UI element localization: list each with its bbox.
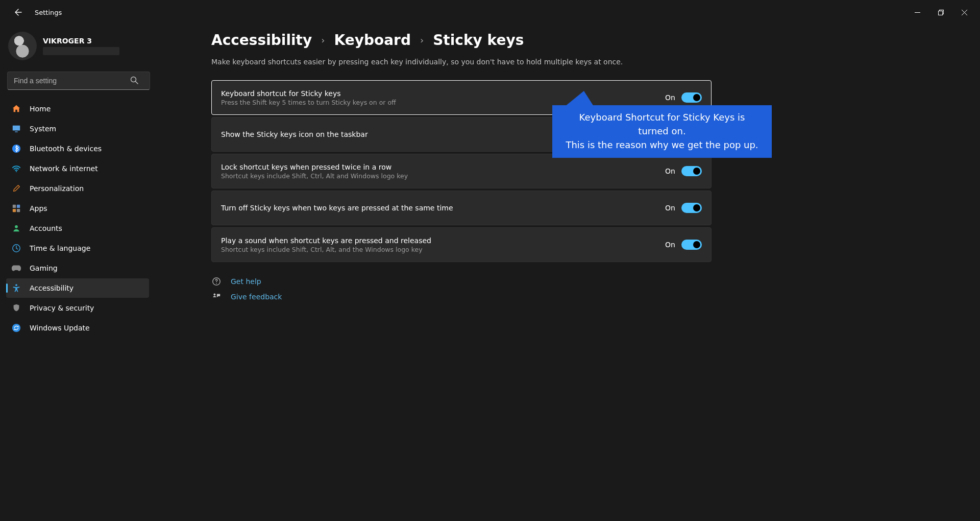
settings-cards: Keyboard shortcut for Sticky keys Press … [211,80,712,262]
nav-label: Network & internet [30,164,98,173]
svg-point-13 [15,284,17,286]
nav-label: Accessibility [30,284,74,292]
profile-account-placeholder [43,47,119,55]
close-button[interactable] [952,2,976,22]
toggle-switch[interactable] [681,203,702,213]
avatar [8,32,37,60]
link-label: Give feedback [231,293,282,301]
page-subtitle: Make keyboard shortcuts easier by pressi… [211,58,980,66]
nav-home[interactable]: Home [6,99,149,119]
gamepad-icon [11,263,21,273]
card-keyboard-shortcut-sticky-keys[interactable]: Keyboard shortcut for Sticky keys Press … [211,80,712,115]
give-feedback-link[interactable]: Give feedback [211,292,980,302]
clock-globe-icon [11,243,21,253]
toggle-state: On [665,204,675,212]
system-icon [11,124,21,134]
nav-apps[interactable]: Apps [6,199,149,218]
svg-point-6 [16,171,17,172]
profile-name: VIKROGER 3 [43,37,119,45]
nav-label: Apps [30,204,47,212]
nav-label: Privacy & security [30,304,94,312]
svg-point-17 [213,294,215,296]
breadcrumb: Accessibility › Keyboard › Sticky keys [211,32,980,49]
maximize-button[interactable] [929,2,952,22]
title-bar: Settings [0,0,980,25]
help-links: Get help Give feedback [211,276,980,302]
wifi-icon [11,163,21,174]
shield-icon [11,303,21,313]
svg-point-14 [12,324,20,332]
nav-accounts[interactable]: Accounts [6,219,149,238]
person-icon [11,223,21,233]
nav-label: Time & language [30,244,90,252]
toggle-switch[interactable] [681,166,702,176]
nav-system[interactable]: System [6,119,149,138]
toggle-switch[interactable] [681,92,702,103]
page-title: Sticky keys [433,32,524,49]
breadcrumb-accessibility[interactable]: Accessibility [211,32,312,49]
link-label: Get help [231,277,261,286]
back-button[interactable] [8,2,29,22]
search-input[interactable] [7,72,150,90]
card-subtitle: Shortcut keys include Shift, Ctrl, Alt a… [221,172,408,180]
svg-rect-1 [938,11,942,15]
svg-rect-8 [17,205,20,208]
brush-icon [11,183,21,194]
toggle-state: On [665,93,675,102]
bluetooth-icon [11,144,21,154]
svg-rect-7 [13,205,16,208]
get-help-link[interactable]: Get help [211,276,980,287]
card-title: Turn off Sticky keys when two keys are p… [221,204,453,212]
nav: Home System Bluetooth & devices Network … [6,99,149,338]
chevron-right-icon: › [321,35,325,45]
svg-point-2 [131,77,136,82]
svg-point-16 [216,283,217,284]
nav-windows-update[interactable]: Windows Update [6,318,149,338]
nav-gaming[interactable]: Gaming [6,258,149,278]
toggle-state: On [665,167,675,175]
svg-point-11 [15,225,18,228]
nav-bluetooth[interactable]: Bluetooth & devices [6,139,149,158]
toggle-state: On [665,130,675,138]
toggle-switch[interactable] [681,129,702,139]
svg-rect-3 [13,126,20,131]
card-turn-off-two-keys[interactable]: Turn off Sticky keys when two keys are p… [211,191,712,225]
profile[interactable]: VIKROGER 3 [6,30,149,69]
update-icon [11,323,21,333]
svg-rect-4 [15,131,17,132]
window-title: Settings [35,9,62,16]
nav-accessibility[interactable]: Accessibility [6,278,149,298]
nav-label: Home [30,105,51,113]
nav-personalization[interactable]: Personalization [6,179,149,198]
home-icon [11,104,21,114]
apps-icon [11,203,21,214]
card-play-sound[interactable]: Play a sound when shortcut keys are pres… [211,227,712,262]
sidebar: VIKROGER 3 Home System [0,25,153,521]
nav-privacy[interactable]: Privacy & security [6,298,149,318]
card-subtitle: Press the Shift key 5 times to turn Stic… [221,99,396,106]
main: Accessibility › Keyboard › Sticky keys M… [153,25,980,521]
nav-time-language[interactable]: Time & language [6,239,149,258]
accessibility-icon [11,283,21,293]
breadcrumb-keyboard[interactable]: Keyboard [334,32,410,49]
chevron-right-icon: › [420,35,424,45]
nav-label: Bluetooth & devices [30,145,102,153]
maximize-icon [938,10,944,15]
card-title: Lock shortcut keys when pressed twice in… [221,163,408,171]
minimize-button[interactable] [905,2,929,22]
card-lock-shortcut-keys[interactable]: Lock shortcut keys when pressed twice in… [211,154,712,188]
card-subtitle: Shortcut keys include Shift, Ctrl, Alt, … [221,246,431,253]
toggle-state: On [665,241,675,249]
arrow-left-icon [14,8,22,16]
nav-label: Personalization [30,184,84,193]
search-icon [130,76,139,85]
nav-label: Gaming [30,264,58,272]
card-title: Show the Sticky keys icon on the taskbar [221,130,368,138]
card-show-taskbar-icon[interactable]: Show the Sticky keys icon on the taskbar… [211,117,712,152]
nav-label: System [30,125,56,133]
toggle-switch[interactable] [681,240,702,250]
feedback-icon [211,292,222,302]
nav-network[interactable]: Network & internet [6,159,149,178]
svg-rect-9 [13,209,16,212]
minimize-icon [915,10,920,15]
